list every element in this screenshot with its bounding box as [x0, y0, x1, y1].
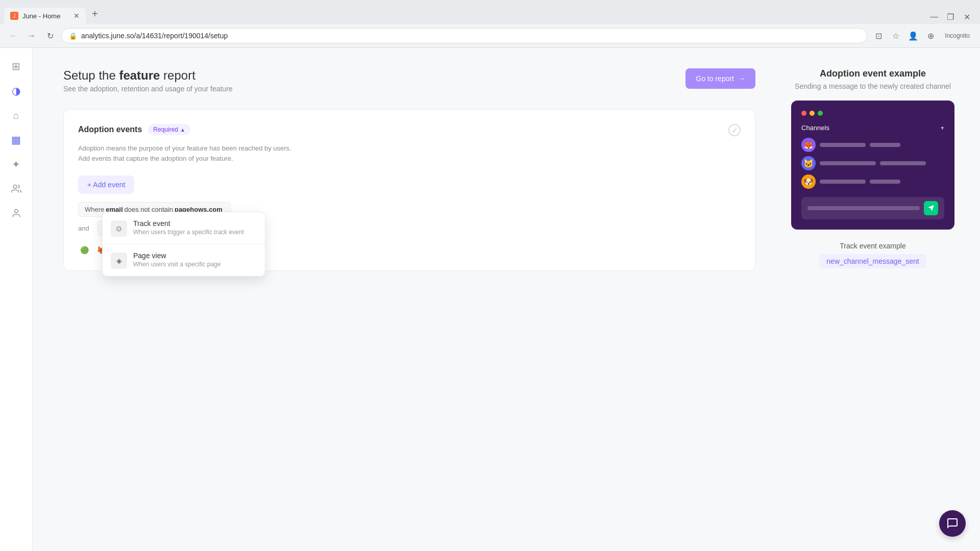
dropdown-item-page-view[interactable]: ◈ Page view When users visit a specific … — [103, 244, 265, 276]
browser-actions: ⊡ ☆ 👤 ⊕ Incognito — [871, 29, 974, 43]
filter-connector: and — [78, 224, 93, 232]
svg-point-1 — [14, 210, 18, 213]
mock-text-4 — [880, 161, 926, 165]
mock-channel-item-3: 🐶 — [801, 174, 944, 189]
tab-close-button[interactable]: ✕ — [74, 12, 80, 20]
mock-channel-item-1: 🦊 — [801, 138, 944, 152]
window-maximize-button[interactable]: ❐ — [943, 10, 958, 24]
section-title: Adoption events — [78, 125, 142, 134]
address-bar[interactable]: 🔒 analytics.june.so/a/14631/report/19001… — [61, 28, 867, 43]
window-minimize-button[interactable]: — — [927, 10, 941, 24]
track-event-icon: ⊙ — [111, 220, 127, 237]
mock-avatar-1: 🦊 — [801, 138, 816, 152]
mock-text-5 — [820, 180, 866, 184]
mock-avatar-3: 🐶 — [801, 174, 816, 189]
user-avatar-1: 🟢 — [78, 244, 90, 256]
go-to-report-button[interactable]: Go to report → — [685, 68, 755, 89]
mock-input-area — [801, 197, 944, 219]
new-tab-button[interactable]: + — [86, 4, 167, 24]
extensions-button[interactable]: ⊕ — [923, 29, 938, 43]
sidebar-grid-icon[interactable]: ⊞ — [6, 56, 27, 77]
mock-avatar-2: 🐱 — [801, 156, 816, 170]
browser-tab-active[interactable]: J June - Home ✕ — [4, 8, 86, 24]
page-title-section: Setup the feature report See the adoptio… — [63, 68, 233, 93]
forward-button[interactable]: → — [24, 29, 39, 43]
incognito-button[interactable]: Incognito — [941, 29, 974, 43]
right-panel: Adoption event example Sending a message… — [786, 48, 980, 551]
mock-send-button — [924, 201, 938, 215]
address-text: analytics.june.so/a/14631/report/190014/… — [81, 32, 228, 40]
back-button[interactable]: ← — [6, 29, 20, 43]
sidebar-home-icon[interactable]: ⌂ — [6, 105, 27, 126]
tab-title: June - Home — [22, 12, 60, 20]
window-close-button[interactable]: ✕ — [960, 10, 974, 24]
mock-dot-red — [801, 111, 806, 116]
page-title: Setup the feature report — [63, 68, 233, 83]
mock-text-3 — [820, 161, 876, 165]
browser-toolbar: ← → ↻ 🔒 analytics.june.so/a/14631/report… — [0, 24, 980, 47]
sidebar-group-icon[interactable] — [6, 203, 27, 223]
mock-window-controls — [801, 111, 944, 116]
profile-button[interactable]: 👤 — [906, 29, 920, 43]
mock-ui: Channels + 🦊 🐱 🐶 — [791, 101, 954, 230]
mock-channel-list: 🦊 🐱 🐶 — [801, 138, 944, 189]
svg-point-0 — [13, 185, 17, 189]
cast-button[interactable]: ⊡ — [871, 29, 886, 43]
page-view-text: Page view When users visit a specific pa… — [133, 252, 220, 268]
browser-chrome: J June - Home ✕ + — ❐ ✕ ← → ↻ 🔒 analytic… — [0, 0, 980, 48]
mock-channels-header: Channels + — [801, 124, 944, 132]
panel-title: Adoption event example — [786, 68, 960, 79]
mock-channel-item-2: 🐱 — [801, 156, 944, 170]
sidebar-users-icon[interactable] — [6, 179, 27, 199]
main-content: Setup the feature report See the adoptio… — [33, 48, 786, 551]
mock-dot-green — [818, 111, 823, 116]
page-view-desc: When users visit a specific page — [133, 261, 220, 268]
panel-subtitle: Sending a message to the newly created c… — [786, 82, 960, 90]
required-badge[interactable]: Required ▲ — [148, 124, 190, 135]
mock-text-6 — [870, 180, 900, 184]
sidebar-loading-icon[interactable]: ◑ — [6, 81, 27, 101]
browser-tabs: J June - Home ✕ + — ❐ ✕ — [0, 0, 980, 24]
track-event-desc: When users trigger a specific track even… — [133, 229, 244, 236]
track-event-section: Track event example new_channel_message_… — [786, 242, 960, 268]
sidebar-sparkle-icon[interactable]: ✦ — [6, 154, 27, 174]
sidebar: ⊞ ◑ ⌂ ▦ ✦ — [0, 48, 33, 551]
bookmark-button[interactable]: ☆ — [889, 29, 903, 43]
section-header: Adoption events Required ▲ ✓ — [78, 124, 741, 135]
chat-widget[interactable] — [939, 510, 966, 537]
page-view-title: Page view — [133, 252, 220, 260]
dropdown-item-track-event[interactable]: ⊙ Track event When users trigger a speci… — [103, 212, 265, 244]
mock-dot-yellow — [810, 111, 815, 116]
reload-button[interactable]: ↻ — [43, 29, 57, 43]
mock-text-1 — [820, 143, 866, 147]
track-event-title: Track event — [133, 219, 244, 228]
mock-input-line — [807, 206, 920, 210]
app-layout: ⊞ ◑ ⌂ ▦ ✦ Setup the feature report See t… — [0, 48, 980, 551]
track-event-text: Track event When users trigger a specifi… — [133, 219, 244, 236]
lock-icon: 🔒 — [69, 32, 77, 40]
track-event-link[interactable]: new_channel_message_sent — [819, 254, 926, 268]
add-event-button[interactable]: + Add event — [78, 176, 134, 194]
page-subtitle: See the adoption, retention and usage of… — [63, 85, 233, 93]
tab-favicon: J — [10, 12, 18, 20]
section-check: ✓ — [728, 124, 741, 136]
section-description: Adoption means the purpose of your featu… — [78, 143, 741, 163]
track-event-label: Track event example — [786, 242, 960, 250]
mock-text-2 — [870, 143, 900, 147]
page-header: Setup the feature report See the adoptio… — [63, 68, 755, 93]
sidebar-chart-icon[interactable]: ▦ — [6, 130, 27, 150]
page-view-icon: ◈ — [111, 253, 127, 269]
dropdown-menu: ⊙ Track event When users trigger a speci… — [102, 212, 265, 277]
